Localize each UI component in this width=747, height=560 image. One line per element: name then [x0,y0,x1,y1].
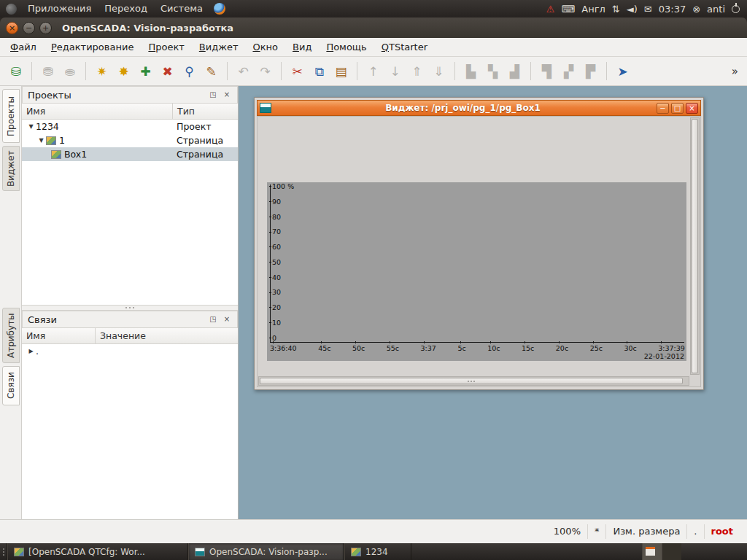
expander-icon[interactable]: ▼ [26,123,36,130]
menu-file[interactable]: Файл [3,38,44,57]
new-widget-library-icon[interactable]: ✸ [114,61,133,81]
tab-attributes[interactable]: Атрибуты [2,308,20,363]
volume-icon[interactable]: ◄) [627,4,638,15]
align-left-icon[interactable]: ▙ [461,61,481,81]
close-panel-icon[interactable]: × [222,90,232,100]
menu-qtstarter[interactable]: QTStarter [374,38,435,57]
menu-edit[interactable]: Редактирование [44,38,141,57]
paste-icon[interactable]: ▤ [331,61,351,81]
menu-window[interactable]: Окно [245,38,285,57]
lower-to-bottom-icon[interactable]: ⇓ [429,61,449,81]
align-top-icon[interactable]: ▜ [537,61,557,81]
child-minimize-button[interactable]: − [657,103,669,114]
edit-visual-item-icon[interactable]: ✎ [201,61,221,81]
new-project-icon[interactable]: ✷ [92,61,112,81]
menu-widget[interactable]: Виджет [192,38,246,57]
firefox-launcher-icon[interactable] [214,3,225,15]
taskbar-item-vision[interactable]: OpenSCADA: Vision-разр... [188,543,344,560]
menu-project[interactable]: Проект [141,38,191,57]
window-list-handle-icon[interactable] [0,543,7,560]
diagram-widget[interactable]: 100 % 90 80 70 60 50 40 30 20 10 0 [267,182,686,361]
toolbar-overflow-button[interactable]: » [729,65,741,78]
menu-help[interactable]: Помощь [319,38,374,57]
power-icon[interactable] [732,5,740,13]
updates-indicator-icon[interactable]: ⇅ [612,4,620,15]
item-save-to-db-icon[interactable]: ⛂ [60,61,80,81]
clock-label[interactable]: 03:37 [659,4,686,15]
add-visual-item-icon[interactable]: ✚ [136,61,155,81]
top-menu-places[interactable]: Переход [98,0,154,18]
column-header-name[interactable]: Имя [22,104,172,119]
taskbar-item-qtcfg[interactable]: [OpenSCADA QTCfg: Wor... [7,543,188,560]
expander-icon[interactable]: ▶ [26,348,36,354]
projects-column-headers: Имя Тип [22,104,238,120]
window-titlebar[interactable]: × − + OpenSCADA: Vision-разработка [0,18,747,38]
workspace-cell-2[interactable] [662,543,681,560]
tree-row-page[interactable]: ▼ 1 Страница [22,133,238,147]
tab-links[interactable]: Связи [2,366,20,405]
window-close-button[interactable]: × [6,22,18,34]
distributor-logo-icon[interactable] [6,4,17,15]
align-right-icon[interactable]: ▟ [505,61,525,81]
horizontal-scrollbar[interactable] [258,376,689,386]
workspace-switcher[interactable] [642,543,681,560]
window-maximize-button[interactable]: + [39,22,52,34]
column-header-name[interactable]: Имя [22,328,95,343]
taskbar-item-project[interactable]: 1234 [344,543,411,560]
child-maximize-button[interactable]: □ [671,103,684,114]
copy-icon[interactable]: ⧉ [309,61,329,81]
x-tick-label: 25с [590,344,603,352]
undo-icon[interactable]: ↶ [233,61,253,81]
load-from-db-icon[interactable]: ⛁ [6,61,26,81]
tree-row-page-selected[interactable]: Box1 Страница [22,147,238,161]
panel-splitter[interactable] [22,305,238,311]
y-tick-labels: 100 % 90 80 70 60 50 40 30 20 10 0 [272,183,294,341]
align-bottom-icon[interactable]: ▛ [581,61,600,81]
column-header-type[interactable]: Тип [172,104,238,119]
toolbar-separator [85,62,86,80]
run-execution-icon[interactable]: ➤ [613,61,632,81]
column-header-value[interactable]: Значение [95,328,238,343]
x-tick-label: 20с [556,344,568,352]
close-panel-icon[interactable]: × [222,314,232,324]
widget-window-titlebar[interactable]: Виджет: /prj_owi/pg_1/pg_Box1 − □ × [257,100,701,116]
scrollbar-thumb[interactable] [692,119,698,373]
widget-canvas[interactable]: 100 % 90 80 70 60 50 40 30 20 10 0 [257,116,701,387]
keyboard-layout-icon[interactable]: ⌨ [562,4,576,15]
session-indicator-icon[interactable]: ⊗ [692,4,700,15]
tree-row-project[interactable]: ▼ 1234 Проект [22,120,238,133]
visual-item-properties-icon[interactable]: ⚲ [179,61,199,81]
menu-view[interactable]: Вид [285,38,319,57]
y-tick-label: 60 [272,244,294,251]
top-menu-applications[interactable]: Приложения [21,0,98,18]
taskbar-item-label: OpenSCADA: Vision-разр... [209,547,328,557]
top-menu-system[interactable]: Система [154,0,209,18]
vertical-scrollbar[interactable] [690,117,700,375]
username-label[interactable]: anti [707,4,725,15]
tab-projects[interactable]: Проекты [2,89,20,143]
align-horizontal-center-icon[interactable]: ▚ [483,61,503,81]
lower-widget-icon[interactable]: ↓ [385,61,405,81]
widget-window-icon [260,103,271,113]
rise-to-top-icon[interactable]: ⇑ [407,61,427,81]
redo-icon[interactable]: ↷ [255,61,275,81]
window-minimize-button[interactable]: − [23,22,35,34]
keyboard-layout-label[interactable]: Англ [581,4,605,15]
delete-visual-item-icon[interactable]: ✖ [158,61,177,81]
align-vertical-center-icon[interactable]: ▞ [559,61,578,81]
toolbar-separator [530,62,531,80]
float-panel-icon[interactable]: ◳ [208,90,218,100]
mail-indicator-icon[interactable]: ✉ [644,4,652,15]
scrollbar-thumb[interactable] [260,378,683,384]
tab-widget[interactable]: Виджет [2,146,20,191]
workspace-cell-1[interactable] [642,543,662,560]
cut-icon[interactable]: ✂ [287,61,307,81]
float-panel-icon[interactable]: ◳ [208,314,218,324]
toolbar-separator [31,62,32,80]
expander-icon[interactable]: ▼ [36,137,46,144]
links-row[interactable]: ▶ . [22,344,238,358]
item-load-from-db-icon[interactable]: ⛃ [38,61,58,81]
child-close-button[interactable]: × [686,103,698,114]
warning-indicator-icon[interactable]: ⚠ [546,4,555,15]
raise-widget-icon[interactable]: ↑ [363,61,383,81]
